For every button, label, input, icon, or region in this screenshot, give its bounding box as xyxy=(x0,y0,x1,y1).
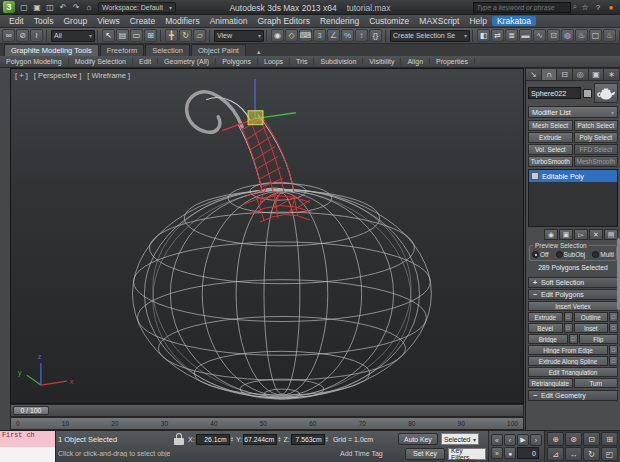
button-outline[interactable]: Outline xyxy=(574,312,609,322)
show-end-result-icon[interactable]: ▣ xyxy=(559,229,573,240)
undo-icon[interactable]: ↶ xyxy=(57,1,69,13)
menu-tools[interactable]: Tools xyxy=(29,16,59,26)
button-bridge-settings[interactable]: □ xyxy=(569,334,578,344)
coordinate-field-y[interactable]: 67.244cm xyxy=(243,434,277,445)
modifier-button-turbosmooth[interactable]: TurboSmooth xyxy=(528,156,573,167)
play-button[interactable]: ▶ xyxy=(517,434,529,446)
zoom-icon[interactable]: ⊕ xyxy=(547,432,564,446)
menu-create[interactable]: Create xyxy=(125,16,161,26)
percent-snap-icon[interactable]: % xyxy=(341,29,354,42)
named-sets-dropdown[interactable]: Create Selection Se▾ xyxy=(390,30,470,42)
zoom-region-icon[interactable]: ⊿ xyxy=(547,447,564,461)
select-and-link-icon[interactable]: ∞ xyxy=(2,29,15,42)
spinner-icon[interactable]: ▴▾ xyxy=(231,436,233,442)
radio-off[interactable]: Off xyxy=(532,251,549,258)
pin-stack-icon[interactable]: ◉ xyxy=(544,229,558,240)
menu-animation[interactable]: Animation xyxy=(205,16,253,26)
radio-subobj[interactable]: SubObj xyxy=(556,251,586,258)
angle-snap-icon[interactable]: ∠ xyxy=(327,29,340,42)
key-mode-toggle[interactable]: ● xyxy=(504,447,516,459)
button-hinge-from-edge[interactable]: Hinge From Edge xyxy=(528,345,608,355)
new-scene-icon[interactable]: ▢ xyxy=(18,1,30,13)
button-extrude[interactable]: Extrude xyxy=(528,312,563,322)
selection-lock-toggle[interactable] xyxy=(173,433,185,446)
ribbon-panel-polygon-modeling[interactable]: Polygon Modeling xyxy=(0,58,69,65)
unlink-selection-icon[interactable]: ⊘ xyxy=(16,29,29,42)
modifier-button-patch-select[interactable]: Patch Select xyxy=(574,120,619,131)
modifier-list-dropdown[interactable]: Modifier List ▾ xyxy=(528,106,618,118)
select-and-rotate-icon[interactable]: ↻ xyxy=(179,29,192,42)
button-bridge[interactable]: Bridge xyxy=(528,334,568,344)
keyboard-override-icon[interactable]: ⌨ xyxy=(299,29,312,42)
zoom-extents-icon[interactable]: ⊡ xyxy=(583,432,600,446)
maxscript-mini-listener[interactable]: First ch xyxy=(0,431,56,462)
render-setup-icon[interactable]: ♨ xyxy=(575,29,588,42)
spinner-icon[interactable]: ▴▾ xyxy=(326,436,328,442)
button-extrude-along-spline-settings[interactable]: □ xyxy=(609,356,618,366)
button-turn[interactable]: Turn xyxy=(574,378,619,388)
select-by-name-icon[interactable]: ▤ xyxy=(116,29,129,42)
key-mode-dropdown[interactable]: Selected ▾ xyxy=(441,433,479,445)
button-flip[interactable]: Flip xyxy=(579,334,619,344)
modifier-button-extrude[interactable]: Extrude xyxy=(528,132,573,143)
current-frame-field[interactable]: 0 xyxy=(517,447,539,459)
button-inset-settings[interactable]: □ xyxy=(609,323,618,333)
perspective-viewport[interactable]: [ + ] [ Perspective ] [ Wireframe ] xyxy=(10,68,524,404)
ribbon-panel-polygons[interactable]: Polygons xyxy=(216,58,258,65)
project-folder-icon[interactable]: ⌂ xyxy=(83,1,95,13)
menu-modifiers[interactable]: Modifiers xyxy=(160,16,204,26)
button-bevel[interactable]: Bevel xyxy=(528,323,563,333)
viewport-general-menu[interactable]: [ + ] xyxy=(15,71,28,80)
modifier-button-ffd-select[interactable]: FFD Select xyxy=(574,144,619,155)
selection-region-icon[interactable]: ▭ xyxy=(130,29,143,42)
tab-create[interactable]: ↘ xyxy=(526,68,542,81)
set-key-button[interactable]: Set Key xyxy=(405,448,445,460)
button-insert-vertex[interactable]: Insert Vertex xyxy=(528,301,618,311)
window-crossing-icon[interactable]: ⊞ xyxy=(144,29,157,42)
search-icon[interactable]: ⌕ xyxy=(573,2,577,12)
ribbon-tab-selection[interactable]: Selection xyxy=(145,44,190,56)
menu-edit[interactable]: Edit xyxy=(4,16,29,26)
menu-customize[interactable]: Customize xyxy=(364,16,414,26)
tab-utilities[interactable]: ∗ xyxy=(604,68,620,81)
curve-editor-icon[interactable]: ∿ xyxy=(533,29,546,42)
menu-krakatoa[interactable]: Krakatoa xyxy=(492,16,536,26)
radio-multi[interactable]: Multi xyxy=(592,251,614,258)
menu-maxscript[interactable]: MAXScript xyxy=(414,16,464,26)
favorites-star-icon[interactable]: ☆ xyxy=(579,1,591,13)
save-file-icon[interactable]: ◫ xyxy=(44,1,56,13)
button-extrude-along-spline[interactable]: Extrude Along Spline xyxy=(528,356,608,366)
coordinate-field-x[interactable]: 26.1cm xyxy=(196,434,230,445)
ribbon-panel-visibility[interactable]: Visibility xyxy=(363,58,401,65)
viewport-pov-menu[interactable]: [ Perspective ] xyxy=(34,71,82,80)
track-bar[interactable]: 0102030405060708090100 xyxy=(10,417,524,430)
button-bevel-settings[interactable]: □ xyxy=(564,323,573,333)
add-time-tag[interactable]: Add Time Tag xyxy=(340,450,402,457)
ribbon-tab-graphite-modeling-tools[interactable]: Graphite Modeling Tools xyxy=(4,44,99,56)
reference-coordinate-dropdown[interactable]: View▾ xyxy=(214,30,264,42)
application-button[interactable]: 3 xyxy=(3,1,15,13)
menu-views[interactable]: Views xyxy=(92,16,125,26)
help-icon[interactable]: ? xyxy=(592,1,604,13)
ribbon-panel-tris[interactable]: Tris xyxy=(290,58,314,65)
rendered-frame-icon[interactable]: ▢ xyxy=(589,29,602,42)
infocenter-icon[interactable]: ● xyxy=(605,1,617,13)
modifier-button-poly-select[interactable]: Poly Select xyxy=(574,132,619,143)
menu-help[interactable]: Help xyxy=(464,16,491,26)
ribbon-tab-object-paint[interactable]: Object Paint xyxy=(191,44,246,56)
bind-to-space-warp-icon[interactable]: ≀ xyxy=(30,29,43,42)
auto-key-button[interactable]: Auto Key xyxy=(398,433,438,445)
redo-icon[interactable]: ↷ xyxy=(70,1,82,13)
ribbon-panel-properties[interactable]: Properties xyxy=(430,58,475,65)
previous-frame-button[interactable]: ‹ xyxy=(504,434,516,446)
viewport-shading-menu[interactable]: [ Wireframe ] xyxy=(87,71,130,80)
maximize-viewport-icon[interactable]: ◰ xyxy=(601,447,618,461)
tab-modify[interactable]: ∩ xyxy=(542,68,558,81)
key-filters-button[interactable]: Key Filters... xyxy=(448,448,486,460)
modifier-button-mesh-select[interactable]: Mesh Select xyxy=(528,120,573,131)
ribbon-panel-align[interactable]: Align xyxy=(401,58,430,65)
tab-display[interactable]: ▣ xyxy=(589,68,605,81)
ribbon-panel-modify-selection[interactable]: Modify Selection xyxy=(69,58,133,65)
material-editor-icon[interactable]: ◍ xyxy=(561,29,574,42)
listener-input-line[interactable] xyxy=(0,447,55,462)
